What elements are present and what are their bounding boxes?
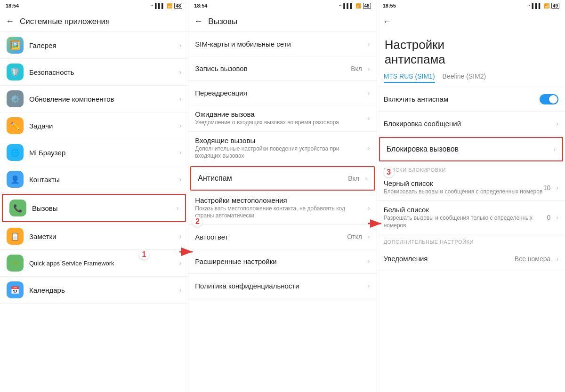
battery-icon-2: 48 bbox=[363, 3, 371, 9]
privacy-title: Политика конфиденциальности bbox=[195, 282, 364, 290]
screen2-title: Вызовы bbox=[208, 17, 237, 26]
list-item-quickapps[interactable]: ✳️ Quick apps Service Framework › bbox=[0, 250, 188, 277]
whitelist-title: Белый список bbox=[384, 206, 547, 214]
list-item-wait[interactable]: Ожидание вызова Уведомление о входящих в… bbox=[188, 105, 376, 132]
sim-tabs: MTS RUS (SIM1) Beeline (SIM2) bbox=[377, 70, 565, 87]
top-nav-1: ← Системные приложения bbox=[0, 11, 188, 32]
list-item-notes[interactable]: 📋 Заметки › bbox=[0, 223, 188, 250]
list-item-calendar[interactable]: 📅 Календарь › bbox=[0, 277, 188, 304]
quickapps-title: Quick apps Service Framework bbox=[29, 260, 176, 267]
calls-title: Вызовы bbox=[32, 204, 173, 212]
list-item-autoanswer[interactable]: Автоответ Откл › bbox=[188, 225, 376, 249]
list-item-antispam[interactable]: Антиспам Вкл › bbox=[190, 166, 374, 191]
status-icons-2: ·· ▌▌▌ 📶 48 bbox=[339, 3, 371, 9]
wifi-icon-1: 📶 bbox=[167, 3, 172, 8]
contacts-icon: 👤 bbox=[7, 171, 24, 188]
tasks-title: Задачи bbox=[29, 122, 176, 130]
gallery-title: Галерея bbox=[29, 41, 176, 49]
incoming-chevron: › bbox=[368, 144, 370, 152]
screen1-title: Системные приложения bbox=[20, 17, 110, 26]
dots-3: ·· bbox=[527, 3, 530, 8]
gallery-icon: 🖼️ bbox=[7, 37, 24, 54]
dots-2: ·· bbox=[339, 3, 342, 8]
signal-icon-3: ▌▌▌ bbox=[532, 3, 542, 8]
top-nav-2: ← Вызовы bbox=[188, 11, 376, 32]
time-3: 18:55 bbox=[383, 3, 396, 8]
location-subtitle: Показывать местоположение контакта, не д… bbox=[195, 205, 364, 220]
list-item-enable-antispam[interactable]: Включить антиспам bbox=[377, 87, 565, 112]
list-item-notifications[interactable]: Уведомления Все номера › bbox=[377, 247, 565, 271]
list-item-browser[interactable]: 🌐 Mi Браузер › bbox=[0, 139, 188, 166]
calendar-icon: 📅 bbox=[7, 281, 24, 298]
screen-calls: 18:54 ·· ▌▌▌ 📶 48 ← Вызовы SIM-карты и м… bbox=[188, 0, 377, 392]
wifi-icon-3: 📶 bbox=[544, 3, 549, 8]
record-title: Запись вызовов bbox=[195, 64, 351, 72]
sim-tab-1[interactable]: MTS RUS (SIM1) bbox=[384, 72, 435, 83]
screen-antispam-settings: 18:55 ·· ▌▌▌ 📶 49 ← Настройки антиспама … bbox=[377, 0, 565, 392]
list-item-location[interactable]: Настройки местоположения Показывать мест… bbox=[188, 192, 376, 225]
autoanswer-title: Автоответ bbox=[195, 233, 347, 241]
autoanswer-chevron: › bbox=[368, 233, 370, 240]
tasks-icon: ✏️ bbox=[7, 117, 24, 134]
status-icons-3: ·· ▌▌▌ 📶 49 bbox=[527, 3, 559, 9]
list-item-updater[interactable]: ⚙️ Обновление компонентов › bbox=[0, 86, 188, 112]
blacklist-subtitle: Блокировать вызовы и сообщения с определ… bbox=[384, 188, 543, 196]
battery-icon-1: 48 bbox=[174, 3, 182, 9]
whitelist-value: 0 bbox=[547, 214, 551, 221]
autoanswer-value: Откл bbox=[347, 233, 362, 240]
status-bar-3: 18:55 ·· ▌▌▌ 📶 49 bbox=[377, 0, 565, 11]
list-item-block-calls[interactable]: Блокировка вызовов › bbox=[379, 137, 563, 161]
record-value: Вкл bbox=[351, 65, 362, 72]
list-item-security[interactable]: 🛡️ Безопасность › bbox=[0, 59, 188, 86]
security-icon: 🛡️ bbox=[7, 64, 24, 80]
section-block-list: СПИСКИ БЛОКИРОВКИ bbox=[377, 162, 565, 175]
browser-title: Mi Браузер bbox=[29, 149, 176, 157]
block-messages-chevron: › bbox=[556, 120, 558, 128]
sim-tab-2[interactable]: Beeline (SIM2) bbox=[443, 72, 486, 83]
list-item-contacts[interactable]: 👤 Контакты › bbox=[0, 166, 188, 193]
notifications-value: Все номера bbox=[515, 255, 551, 263]
status-icons-1: ·· ▌▌▌ 📶 48 bbox=[150, 3, 182, 9]
block-messages-title: Блокировка сообщений bbox=[384, 120, 553, 128]
list-item-calls[interactable]: 📞 Вызовы › bbox=[2, 194, 186, 222]
wait-subtitle: Уведомление о входящих вызовах во время … bbox=[195, 119, 364, 127]
top-nav-3: ← bbox=[377, 11, 565, 32]
list-item-blacklist[interactable]: Черный список Блокировать вызовы и сообщ… bbox=[377, 175, 565, 201]
back-arrow-3[interactable]: ← bbox=[383, 17, 391, 27]
list-item-block-messages[interactable]: Блокировка сообщений › bbox=[377, 112, 565, 136]
back-arrow-1[interactable]: ← bbox=[6, 16, 14, 26]
list-item-privacy[interactable]: Политика конфиденциальности › bbox=[188, 274, 376, 298]
list-item-redirect[interactable]: Переадресация › bbox=[188, 81, 376, 105]
calls-icon: 📞 bbox=[9, 200, 26, 216]
browser-icon: 🌐 bbox=[7, 144, 24, 161]
record-chevron: › bbox=[368, 65, 370, 72]
notes-icon: 📋 bbox=[7, 228, 24, 245]
contacts-title: Контакты bbox=[29, 176, 176, 184]
list-item-incoming[interactable]: Входящие вызовы Дополнительные настройки… bbox=[188, 132, 376, 165]
antispam-toggle[interactable] bbox=[540, 94, 558, 104]
antispam-title: Антиспам bbox=[198, 174, 348, 183]
notifications-title: Уведомления bbox=[384, 255, 515, 263]
list-item-tasks[interactable]: ✏️ Задачи › bbox=[0, 112, 188, 139]
list-item-gallery[interactable]: 🖼️ Галерея › bbox=[0, 32, 188, 59]
list-item-whitelist[interactable]: Белый список Разрешать вызовы и сообщени… bbox=[377, 201, 565, 234]
calendar-title: Календарь bbox=[29, 286, 176, 294]
whitelist-subtitle: Разрешать вызовы и сообщения только с оп… bbox=[384, 215, 547, 229]
time-1: 18:54 bbox=[6, 3, 19, 8]
privacy-chevron: › bbox=[368, 282, 370, 289]
antispam-value: Вкл bbox=[348, 175, 359, 182]
location-title: Настройки местоположения bbox=[195, 196, 364, 204]
list-item-advanced[interactable]: Расширенные настройки › bbox=[188, 249, 376, 274]
advanced-title: Расширенные настройки bbox=[195, 257, 364, 265]
block-calls-chevron: › bbox=[553, 145, 556, 153]
notes-title: Заметки bbox=[29, 232, 176, 240]
status-bar-2: 18:54 ·· ▌▌▌ 📶 48 bbox=[188, 0, 376, 11]
list-item-sim[interactable]: SIM-карты и мобильные сети › bbox=[188, 32, 376, 56]
back-arrow-2[interactable]: ← bbox=[194, 16, 202, 26]
wait-chevron: › bbox=[368, 114, 370, 122]
signal-icon-1: ▌▌▌ bbox=[155, 3, 165, 8]
list-item-record[interactable]: Запись вызовов Вкл › bbox=[188, 56, 376, 81]
quickapps-chevron: › bbox=[179, 259, 182, 267]
time-2: 18:54 bbox=[194, 3, 207, 8]
browser-chevron: › bbox=[179, 149, 182, 156]
